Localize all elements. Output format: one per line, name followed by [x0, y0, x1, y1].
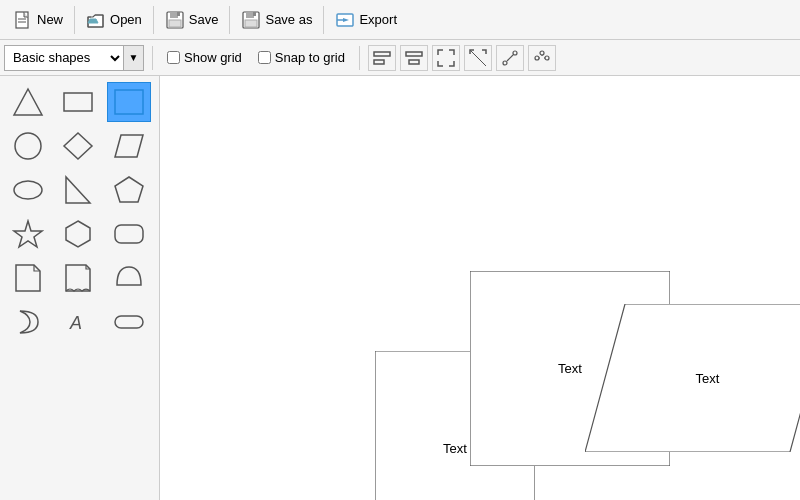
reset-button[interactable] — [464, 45, 492, 71]
sep4 — [323, 6, 324, 34]
main-area: A Text Text Text — [0, 76, 800, 500]
saveas-label: Save as — [265, 12, 312, 27]
export-icon — [335, 10, 355, 30]
canvas-shape-3[interactable]: Text — [585, 304, 800, 452]
svg-rect-17 — [374, 60, 384, 64]
svg-rect-16 — [374, 52, 390, 56]
save-button[interactable]: Save — [156, 4, 228, 36]
show-grid-input[interactable] — [167, 51, 180, 64]
svg-rect-6 — [170, 12, 178, 18]
shape-sidebar: A — [0, 76, 160, 500]
svg-rect-0 — [16, 12, 28, 28]
svg-rect-18 — [406, 52, 422, 56]
shape-square-filled[interactable] — [107, 82, 151, 122]
sep1 — [74, 6, 75, 34]
snap-to-grid-input[interactable] — [258, 51, 271, 64]
save-label: Save — [189, 12, 219, 27]
svg-point-21 — [503, 61, 507, 65]
svg-point-25 — [540, 51, 544, 55]
diagram-canvas[interactable]: Text Text Text — [160, 76, 800, 500]
saveas-button[interactable]: Save as — [232, 4, 321, 36]
new-icon — [13, 10, 33, 30]
svg-marker-4 — [88, 19, 98, 23]
open-button[interactable]: Open — [77, 4, 151, 36]
export-button[interactable]: Export — [326, 4, 406, 36]
t2-sep1 — [152, 46, 153, 70]
shape-star[interactable] — [6, 214, 50, 254]
svg-rect-19 — [409, 60, 419, 64]
snap-to-grid-label: Snap to grid — [275, 50, 345, 65]
svg-line-20 — [470, 50, 486, 66]
svg-point-24 — [535, 56, 539, 60]
svg-text:A: A — [69, 313, 82, 333]
shape-pentagon[interactable] — [107, 170, 151, 210]
svg-rect-32 — [115, 90, 143, 114]
shape-pill[interactable] — [107, 302, 151, 342]
svg-marker-37 — [66, 177, 90, 203]
svg-marker-39 — [14, 221, 42, 247]
svg-rect-8 — [169, 20, 181, 27]
shape-half-circle[interactable] — [107, 258, 151, 298]
shape-hexagon[interactable] — [56, 214, 100, 254]
shape-palette: A — [6, 82, 153, 342]
new-label: New — [37, 12, 63, 27]
shape-rounded-rect[interactable] — [107, 214, 151, 254]
save-icon — [165, 10, 185, 30]
canvas-shape-3-label: Text — [585, 304, 800, 452]
svg-marker-38 — [115, 177, 143, 202]
svg-rect-43 — [115, 316, 143, 328]
saveas-icon — [241, 10, 261, 30]
svg-rect-12 — [245, 20, 257, 27]
more-button[interactable] — [528, 45, 556, 71]
svg-point-33 — [15, 133, 41, 159]
svg-rect-41 — [115, 225, 143, 243]
sep2 — [153, 6, 154, 34]
svg-rect-11 — [253, 12, 256, 16]
shape-text[interactable]: A — [56, 302, 100, 342]
align-center-button[interactable] — [400, 45, 428, 71]
svg-point-22 — [513, 51, 517, 55]
svg-point-26 — [545, 56, 549, 60]
snap-to-grid-checkbox[interactable]: Snap to grid — [252, 50, 351, 65]
shape-crescent[interactable] — [6, 302, 50, 342]
show-grid-checkbox[interactable]: Show grid — [161, 50, 248, 65]
show-grid-label: Show grid — [184, 50, 242, 65]
new-button[interactable]: New — [4, 4, 72, 36]
svg-line-23 — [507, 55, 513, 61]
shape-doc[interactable] — [6, 258, 50, 298]
open-icon — [86, 10, 106, 30]
svg-rect-10 — [246, 12, 254, 18]
shape-parallelogram[interactable] — [107, 126, 151, 166]
shape-triangle[interactable] — [6, 82, 50, 122]
align-left-button[interactable] — [368, 45, 396, 71]
svg-marker-34 — [64, 133, 92, 159]
svg-point-36 — [14, 181, 42, 199]
main-toolbar: New Open Save Save as Export — [0, 0, 800, 40]
svg-marker-40 — [66, 221, 90, 247]
open-label: Open — [110, 12, 142, 27]
shape-circle[interactable] — [6, 126, 50, 166]
shape-library-select[interactable]: Basic shapes — [4, 45, 124, 71]
secondary-toolbar: Basic shapes ▼ Show grid Snap to grid — [0, 40, 800, 76]
svg-marker-35 — [115, 135, 143, 157]
svg-rect-31 — [64, 93, 92, 111]
svg-marker-30 — [14, 89, 42, 115]
shape-rectangle[interactable] — [56, 82, 100, 122]
t2-sep2 — [359, 46, 360, 70]
connect-button[interactable] — [496, 45, 524, 71]
svg-rect-7 — [177, 12, 180, 16]
shape-oval[interactable] — [6, 170, 50, 210]
shape-diamond[interactable] — [56, 126, 100, 166]
sep3 — [229, 6, 230, 34]
shape-folded-doc[interactable] — [56, 258, 100, 298]
shape-right-triangle[interactable] — [56, 170, 100, 210]
export-label: Export — [359, 12, 397, 27]
fit-button[interactable] — [432, 45, 460, 71]
shape-select-arrow[interactable]: ▼ — [124, 45, 144, 71]
shape-library-selector[interactable]: Basic shapes ▼ — [4, 45, 144, 71]
